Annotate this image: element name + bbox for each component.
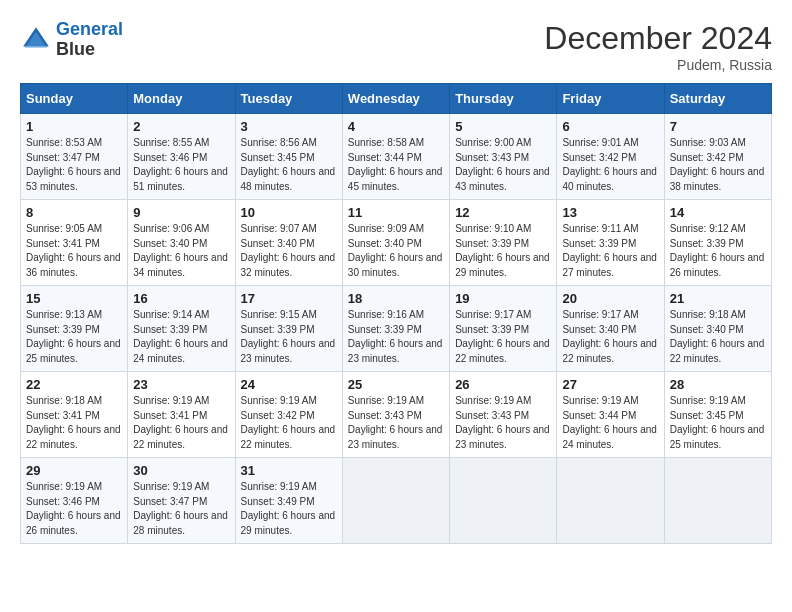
calendar-header-row: SundayMondayTuesdayWednesdayThursdayFrid…: [21, 84, 772, 114]
calendar-cell: 3Sunrise: 8:56 AMSunset: 3:45 PMDaylight…: [235, 114, 342, 200]
day-number: 19: [455, 291, 551, 306]
calendar-cell: 16Sunrise: 9:14 AMSunset: 3:39 PMDayligh…: [128, 286, 235, 372]
col-header-sunday: Sunday: [21, 84, 128, 114]
calendar-cell: [664, 458, 771, 544]
logo-line2: Blue: [56, 40, 123, 60]
day-info: Sunrise: 9:19 AMSunset: 3:45 PMDaylight:…: [670, 394, 766, 452]
calendar-cell: 18Sunrise: 9:16 AMSunset: 3:39 PMDayligh…: [342, 286, 449, 372]
calendar-cell: 17Sunrise: 9:15 AMSunset: 3:39 PMDayligh…: [235, 286, 342, 372]
week-row-3: 15Sunrise: 9:13 AMSunset: 3:39 PMDayligh…: [21, 286, 772, 372]
day-info: Sunrise: 9:19 AMSunset: 3:43 PMDaylight:…: [348, 394, 444, 452]
day-info: Sunrise: 9:19 AMSunset: 3:44 PMDaylight:…: [562, 394, 658, 452]
day-number: 31: [241, 463, 337, 478]
calendar-cell: [557, 458, 664, 544]
day-info: Sunrise: 9:03 AMSunset: 3:42 PMDaylight:…: [670, 136, 766, 194]
col-header-thursday: Thursday: [450, 84, 557, 114]
calendar-table: SundayMondayTuesdayWednesdayThursdayFrid…: [20, 83, 772, 544]
day-info: Sunrise: 9:06 AMSunset: 3:40 PMDaylight:…: [133, 222, 229, 280]
day-number: 20: [562, 291, 658, 306]
day-number: 6: [562, 119, 658, 134]
day-info: Sunrise: 9:19 AMSunset: 3:49 PMDaylight:…: [241, 480, 337, 538]
calendar-cell: 12Sunrise: 9:10 AMSunset: 3:39 PMDayligh…: [450, 200, 557, 286]
day-number: 14: [670, 205, 766, 220]
col-header-monday: Monday: [128, 84, 235, 114]
day-info: Sunrise: 9:14 AMSunset: 3:39 PMDaylight:…: [133, 308, 229, 366]
day-info: Sunrise: 9:09 AMSunset: 3:40 PMDaylight:…: [348, 222, 444, 280]
day-info: Sunrise: 9:01 AMSunset: 3:42 PMDaylight:…: [562, 136, 658, 194]
day-number: 13: [562, 205, 658, 220]
day-info: Sunrise: 8:58 AMSunset: 3:44 PMDaylight:…: [348, 136, 444, 194]
day-info: Sunrise: 9:15 AMSunset: 3:39 PMDaylight:…: [241, 308, 337, 366]
calendar-cell: 29Sunrise: 9:19 AMSunset: 3:46 PMDayligh…: [21, 458, 128, 544]
day-number: 28: [670, 377, 766, 392]
day-number: 26: [455, 377, 551, 392]
day-number: 11: [348, 205, 444, 220]
calendar-cell: 9Sunrise: 9:06 AMSunset: 3:40 PMDaylight…: [128, 200, 235, 286]
day-number: 18: [348, 291, 444, 306]
day-info: Sunrise: 9:05 AMSunset: 3:41 PMDaylight:…: [26, 222, 122, 280]
calendar-cell: 2Sunrise: 8:55 AMSunset: 3:46 PMDaylight…: [128, 114, 235, 200]
day-number: 9: [133, 205, 229, 220]
day-number: 15: [26, 291, 122, 306]
calendar-cell: 1Sunrise: 8:53 AMSunset: 3:47 PMDaylight…: [21, 114, 128, 200]
col-header-saturday: Saturday: [664, 84, 771, 114]
day-number: 8: [26, 205, 122, 220]
calendar-cell: 24Sunrise: 9:19 AMSunset: 3:42 PMDayligh…: [235, 372, 342, 458]
day-number: 12: [455, 205, 551, 220]
calendar-cell: 25Sunrise: 9:19 AMSunset: 3:43 PMDayligh…: [342, 372, 449, 458]
day-info: Sunrise: 9:12 AMSunset: 3:39 PMDaylight:…: [670, 222, 766, 280]
calendar-cell: 11Sunrise: 9:09 AMSunset: 3:40 PMDayligh…: [342, 200, 449, 286]
calendar-cell: 13Sunrise: 9:11 AMSunset: 3:39 PMDayligh…: [557, 200, 664, 286]
calendar-cell: 5Sunrise: 9:00 AMSunset: 3:43 PMDaylight…: [450, 114, 557, 200]
day-info: Sunrise: 9:19 AMSunset: 3:42 PMDaylight:…: [241, 394, 337, 452]
calendar-cell: 10Sunrise: 9:07 AMSunset: 3:40 PMDayligh…: [235, 200, 342, 286]
day-info: Sunrise: 9:10 AMSunset: 3:39 PMDaylight:…: [455, 222, 551, 280]
week-row-5: 29Sunrise: 9:19 AMSunset: 3:46 PMDayligh…: [21, 458, 772, 544]
calendar-cell: 23Sunrise: 9:19 AMSunset: 3:41 PMDayligh…: [128, 372, 235, 458]
day-info: Sunrise: 9:18 AMSunset: 3:40 PMDaylight:…: [670, 308, 766, 366]
logo-text: General Blue: [56, 20, 123, 60]
calendar-cell: 21Sunrise: 9:18 AMSunset: 3:40 PMDayligh…: [664, 286, 771, 372]
day-number: 29: [26, 463, 122, 478]
day-number: 16: [133, 291, 229, 306]
day-info: Sunrise: 9:00 AMSunset: 3:43 PMDaylight:…: [455, 136, 551, 194]
day-info: Sunrise: 9:17 AMSunset: 3:40 PMDaylight:…: [562, 308, 658, 366]
col-header-wednesday: Wednesday: [342, 84, 449, 114]
day-number: 1: [26, 119, 122, 134]
day-info: Sunrise: 8:53 AMSunset: 3:47 PMDaylight:…: [26, 136, 122, 194]
logo: General Blue: [20, 20, 123, 60]
col-header-tuesday: Tuesday: [235, 84, 342, 114]
calendar-cell: [342, 458, 449, 544]
calendar-cell: 15Sunrise: 9:13 AMSunset: 3:39 PMDayligh…: [21, 286, 128, 372]
day-number: 23: [133, 377, 229, 392]
day-number: 27: [562, 377, 658, 392]
calendar-cell: 28Sunrise: 9:19 AMSunset: 3:45 PMDayligh…: [664, 372, 771, 458]
day-info: Sunrise: 9:18 AMSunset: 3:41 PMDaylight:…: [26, 394, 122, 452]
page-header: General Blue December 2024 Pudem, Russia: [20, 20, 772, 73]
calendar-cell: 30Sunrise: 9:19 AMSunset: 3:47 PMDayligh…: [128, 458, 235, 544]
day-info: Sunrise: 9:11 AMSunset: 3:39 PMDaylight:…: [562, 222, 658, 280]
location-subtitle: Pudem, Russia: [544, 57, 772, 73]
calendar-cell: 7Sunrise: 9:03 AMSunset: 3:42 PMDaylight…: [664, 114, 771, 200]
calendar-cell: 26Sunrise: 9:19 AMSunset: 3:43 PMDayligh…: [450, 372, 557, 458]
month-title: December 2024: [544, 20, 772, 57]
calendar-cell: [450, 458, 557, 544]
logo-line1: General: [56, 19, 123, 39]
day-info: Sunrise: 9:19 AMSunset: 3:41 PMDaylight:…: [133, 394, 229, 452]
day-number: 25: [348, 377, 444, 392]
calendar-cell: 22Sunrise: 9:18 AMSunset: 3:41 PMDayligh…: [21, 372, 128, 458]
day-number: 21: [670, 291, 766, 306]
day-number: 22: [26, 377, 122, 392]
day-number: 10: [241, 205, 337, 220]
week-row-4: 22Sunrise: 9:18 AMSunset: 3:41 PMDayligh…: [21, 372, 772, 458]
day-info: Sunrise: 8:56 AMSunset: 3:45 PMDaylight:…: [241, 136, 337, 194]
calendar-cell: 19Sunrise: 9:17 AMSunset: 3:39 PMDayligh…: [450, 286, 557, 372]
day-number: 24: [241, 377, 337, 392]
day-info: Sunrise: 9:19 AMSunset: 3:47 PMDaylight:…: [133, 480, 229, 538]
day-number: 3: [241, 119, 337, 134]
calendar-cell: 4Sunrise: 8:58 AMSunset: 3:44 PMDaylight…: [342, 114, 449, 200]
day-info: Sunrise: 9:07 AMSunset: 3:40 PMDaylight:…: [241, 222, 337, 280]
week-row-1: 1Sunrise: 8:53 AMSunset: 3:47 PMDaylight…: [21, 114, 772, 200]
day-info: Sunrise: 8:55 AMSunset: 3:46 PMDaylight:…: [133, 136, 229, 194]
day-info: Sunrise: 9:19 AMSunset: 3:46 PMDaylight:…: [26, 480, 122, 538]
